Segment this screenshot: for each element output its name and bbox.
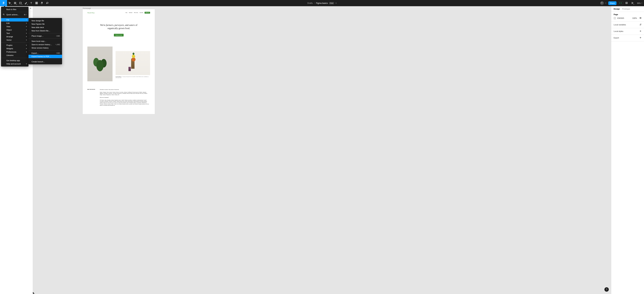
menu-separator [28, 50, 62, 51]
believe-body: We believe in produce. Tasty produce. Pr… [100, 89, 150, 107]
menu-separator [1, 17, 28, 17]
submenu-place-image[interactable]: Place image… ⇧⌘K [28, 34, 62, 38]
toolbar: Drafts / Figma basics Free Share 36% [0, 0, 263, 6]
svg-rect-5 [20, 2, 21, 4]
submenu-save-version-history[interactable]: Save to version history… ⌥⌘S [28, 43, 62, 46]
menu-get-desktop-app[interactable]: Get desktop app [1, 59, 28, 62]
rectangle-icon [19, 2, 22, 5]
menu-edit[interactable]: Edit [1, 22, 28, 25]
hero: We're farmers, purveyors, and eaters of … [83, 15, 155, 40]
submenu-save-local-copy[interactable]: Save local copy… [28, 40, 62, 43]
submenu-new-slide-deck[interactable]: New slide deck [28, 26, 62, 29]
menu-text[interactable]: Text [1, 32, 28, 35]
believe-p1: We believe in produce. Tasty produce. Pr… [100, 89, 150, 90]
search-icon [3, 14, 5, 16]
image-greens [88, 47, 112, 81]
resources-icon [35, 2, 38, 5]
hand-icon [40, 2, 43, 5]
pen-tool-button[interactable] [23, 0, 28, 6]
svg-rect-6 [36, 2, 36, 3]
figma-logo-icon [2, 2, 5, 5]
svg-rect-8 [36, 3, 36, 4]
submenu-export[interactable]: Export… ⇧⌘E [28, 51, 62, 55]
pen-icon [24, 2, 27, 5]
file-submenu: New design file New FigJam file New slid… [28, 18, 62, 64]
shape-tool-button[interactable] [18, 0, 23, 6]
image-row: Central California — The person who grew… [83, 40, 155, 82]
svg-point-0 [3, 2, 4, 3]
svg-point-1 [4, 2, 4, 3]
menu-help-and-account[interactable]: Help and account [1, 62, 28, 66]
svg-point-2 [3, 3, 4, 3]
submenu-show-version-history[interactable]: Show version history [28, 46, 62, 50]
nav-link-shop: Shop [126, 12, 127, 13]
artboard-homepage[interactable]: World Peas Shop Newstand Who we are My p… [83, 9, 155, 114]
menu-file[interactable]: File [1, 18, 28, 22]
toolbar-left [0, 0, 50, 6]
site-header: World Peas Shop Newstand Who we are My p… [83, 9, 155, 15]
image-right-wrap: Central California — The person who grew… [116, 47, 150, 78]
image-caption: Central California — The person who grew… [116, 76, 150, 78]
svg-rect-7 [37, 2, 38, 3]
menu-preferences[interactable]: Preferences [1, 50, 28, 54]
believe-p4: Oh! Onions. Yams. Avocados. Lettuce. Aru… [100, 100, 150, 106]
canvas[interactable]: Homepage World Peas Shop Newstand Who we… [33, 6, 263, 120]
nav-link-profile: My profile [140, 12, 143, 13]
comment-tool-button[interactable] [44, 0, 50, 6]
believe-label: WHAT WE BELIEVE [88, 89, 96, 107]
nav-basket-button: Basket (3) [144, 12, 150, 14]
menu-object[interactable]: Object [1, 28, 28, 32]
text-icon [30, 2, 32, 5]
svg-point-4 [3, 4, 4, 4]
believe-section: WHAT WE BELIEVE We believe in produce. T… [83, 82, 155, 109]
hero-cta-button: Browse our shop [114, 34, 124, 37]
main-menu-dropdown: Back to files Quick actions… ⌘ / File Ed… [1, 7, 28, 67]
menu-separator [28, 33, 62, 34]
menu-plugins[interactable]: Plugins [1, 44, 28, 47]
menu-view[interactable]: View [1, 25, 28, 28]
cursor-icon [8, 2, 11, 5]
site-logo: World Peas [88, 12, 94, 14]
frame-label[interactable]: Homepage [83, 8, 91, 9]
menu-arrange[interactable]: Arrange [1, 35, 28, 38]
main-menu-button[interactable] [0, 0, 7, 6]
submenu-new-design-file[interactable]: New design file [28, 19, 62, 22]
comment-icon [46, 2, 49, 5]
hero-line-1: We're farmers, purveyors, and eaters of [88, 24, 150, 27]
svg-rect-9 [37, 3, 38, 4]
hero-line-2: organically grown food. [88, 27, 150, 30]
frame-tool-button[interactable] [12, 0, 18, 6]
resources-button[interactable] [34, 0, 39, 6]
believe-p2: Apples. Oranges. Limes. Lemons. Guavas. … [100, 92, 150, 96]
menu-back-to-files[interactable]: Back to files [1, 8, 28, 11]
move-tool-button[interactable] [7, 0, 12, 6]
text-tool-button[interactable] [28, 0, 34, 6]
nav-link-who: Who we are [134, 12, 138, 13]
image-stack [116, 51, 150, 75]
svg-point-3 [4, 3, 4, 3]
frame-icon [14, 2, 16, 5]
menu-pointer-icon [4, 6, 5, 7]
submenu-export-frames-pdf[interactable]: Export frames to PDF… [28, 55, 62, 58]
chevron-down-icon[interactable] [30, 8, 31, 10]
nav-link-newstand: Newstand [129, 12, 132, 13]
menu-libraries[interactable]: Libraries [1, 54, 28, 57]
menu-widgets[interactable]: Widgets [1, 47, 28, 50]
submenu-create-branch[interactable]: Create branch… [28, 60, 62, 63]
svg-point-13 [3, 14, 4, 15]
menu-separator [28, 59, 62, 59]
menu-quick-actions[interactable]: Quick actions… ⌘ / [1, 13, 28, 16]
believe-p3: What are we forgetting? [100, 97, 150, 98]
site-nav: Shop Newstand Who we are My profile Bask… [126, 12, 150, 14]
hand-tool-button[interactable] [39, 0, 44, 6]
submenu-new-from-sketch[interactable]: New from Sketch file… [28, 29, 62, 32]
menu-vector[interactable]: Vector [1, 38, 28, 42]
submenu-new-figjam-file[interactable]: New FigJam file [28, 22, 62, 26]
